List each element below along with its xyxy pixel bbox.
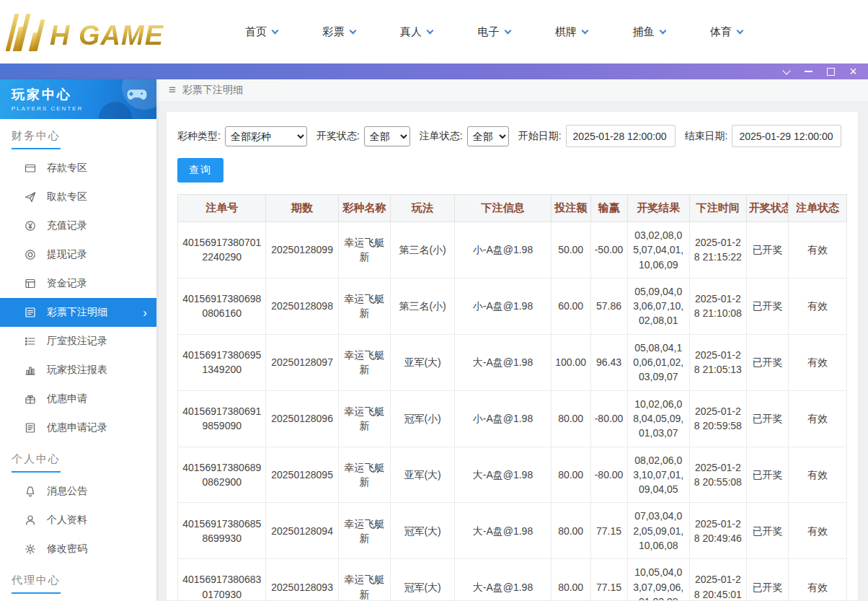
- sidebar-item-withdrawal-records[interactable]: 提现记录: [0, 240, 156, 269]
- table-cell: 96.43: [590, 334, 627, 390]
- sidebar-item-promo-apply-records[interactable]: 优惠申请记录: [0, 413, 156, 442]
- sidebar-item-label: 优惠申请记录: [47, 421, 107, 434]
- logo[interactable]: H GAME: [6, 12, 215, 51]
- sidebar-item-label: 彩票下注明细: [47, 306, 107, 319]
- order-status-select[interactable]: 全部: [467, 126, 509, 146]
- table-cell: 幸运飞艇新: [338, 278, 390, 334]
- start-date-filter: 开始日期:: [518, 125, 676, 147]
- sidebar-item-label: 取款专区: [47, 190, 87, 203]
- table-cell: 已开奖: [746, 334, 788, 390]
- sidebar-item-label: 玩家投注报表: [47, 364, 107, 377]
- sidebar-item-withdraw-zone[interactable]: 取款专区: [0, 183, 156, 211]
- table-row: 40156917380689086290020250128095幸运飞艇新亚军(…: [178, 447, 847, 503]
- nav-item-electronic[interactable]: 电子: [478, 25, 510, 39]
- sidebar: 玩家中心 PLAYERS CENTER 财务中心存款专区取款专区充值记录提现记录…: [0, 79, 156, 601]
- table-cell: 有效: [789, 334, 847, 390]
- sidebar-item-change-password[interactable]: 修改密码: [0, 535, 156, 563]
- report-icon: [24, 364, 36, 377]
- table-cell: 大-A盘@1.98: [455, 559, 552, 601]
- column-header: 注单号: [178, 195, 266, 222]
- table-cell: 幸运飞艇新: [338, 222, 390, 278]
- table-cell: 有效: [789, 278, 847, 334]
- sidebar-item-deposit-zone[interactable]: 存款专区: [0, 154, 156, 183]
- table-cell: 100.00: [551, 334, 590, 390]
- table-cell: 大-A盘@1.98: [455, 503, 552, 559]
- nav-item-home[interactable]: 首页: [245, 25, 278, 39]
- nav-item-label: 首页: [245, 25, 267, 39]
- table-cell: 已开奖: [746, 503, 788, 559]
- coin-icon: [24, 249, 36, 261]
- table-cell: 小-A盘@1.98: [455, 278, 552, 334]
- end-date-label: 结束日期:: [685, 130, 728, 143]
- table-cell: 80.00: [551, 503, 590, 559]
- nav-item-fishing[interactable]: 捕鱼: [633, 25, 665, 39]
- sidebar-item-promo-apply[interactable]: 优惠申请: [0, 385, 156, 413]
- sidebar-item-label: 充值记录: [47, 219, 87, 232]
- end-date-input[interactable]: [732, 125, 841, 147]
- table-cell: 有效: [789, 503, 847, 559]
- column-header: 开奖状态: [746, 195, 788, 222]
- logo-text: H GAME: [50, 21, 164, 51]
- table-cell: 80.00: [551, 559, 590, 601]
- window-close-button[interactable]: [847, 66, 859, 77]
- lottery-type-filter: 彩种类型: 全部彩种: [177, 126, 307, 146]
- column-header: 下注时间: [689, 195, 746, 222]
- lottery-type-select[interactable]: 全部彩种: [225, 126, 307, 146]
- sidebar-item-label: 厅室投注记录: [47, 335, 107, 348]
- order-status-label: 注单状态:: [420, 130, 463, 143]
- table-cell: 第三名(小): [391, 222, 455, 278]
- sidebar-item-hall-bet-records[interactable]: 厅室投注记录: [0, 327, 156, 356]
- table-cell: 有效: [789, 390, 847, 447]
- table-cell: 20250128096: [266, 390, 338, 447]
- nav-item-label: 棋牌: [555, 25, 577, 39]
- draw-status-select[interactable]: 全部: [364, 126, 410, 146]
- sidebar-item-label: 优惠申请: [47, 392, 87, 405]
- start-date-input[interactable]: [566, 125, 676, 147]
- window-maximize-button[interactable]: [825, 66, 837, 77]
- sidebar-item-player-bet-report[interactable]: 玩家投注报表: [0, 356, 156, 385]
- logo-icon: [6, 12, 43, 51]
- column-header: 注单状态: [789, 195, 847, 222]
- table-cell: 05,08,04,10,06,01,02,03,09,07: [627, 334, 689, 390]
- table-cell: 有效: [789, 222, 847, 278]
- table-cell: 亚军(大): [391, 334, 455, 390]
- sidebar-item-profile[interactable]: 个人资料: [0, 506, 156, 535]
- table-cell: 50.00: [551, 222, 590, 278]
- table-cell: 大-A盘@1.98: [455, 447, 552, 503]
- table-cell: 77.15: [590, 503, 627, 559]
- draw-status-label: 开奖状态:: [316, 130, 360, 143]
- column-header: 彩种名称: [338, 195, 390, 222]
- sidebar-item-funds-records[interactable]: 资金记录: [0, 269, 156, 298]
- table-cell: 冠军(大): [391, 503, 455, 559]
- table-cell: 已开奖: [746, 222, 788, 278]
- breadcrumb: 彩票下注明细: [156, 79, 868, 101]
- table-cell: 已开奖: [746, 559, 788, 601]
- query-button[interactable]: 查询: [177, 158, 223, 183]
- app-body: 玩家中心 PLAYERS CENTER 财务中心存款专区取款专区充值记录提现记录…: [0, 79, 868, 601]
- nav-item-live[interactable]: 真人: [400, 25, 433, 39]
- table-row: 40156917380691985909020250128096幸运飞艇新冠军(…: [178, 390, 847, 447]
- sidebar-item-recharge-records[interactable]: 充值记录: [0, 211, 156, 240]
- table-cell: 已开奖: [746, 278, 788, 334]
- promo-icon: [24, 393, 36, 405]
- sidebar-item-announcements[interactable]: 消息公告: [0, 477, 156, 506]
- chevron-down-icon: [737, 27, 744, 34]
- sidebar-item-lottery-bet-details[interactable]: 彩票下注明细: [0, 298, 156, 327]
- chevron-down-icon: [427, 27, 434, 34]
- filter-bar: 彩种类型: 全部彩种 开奖状态: 全部 注单状态: 全部: [177, 125, 847, 147]
- nav-item-chess[interactable]: 棋牌: [555, 25, 588, 39]
- nav-item-sports[interactable]: 体育: [710, 25, 743, 39]
- nav-item-label: 彩票: [323, 25, 345, 39]
- table-cell: 401569173806830170930: [178, 559, 266, 601]
- nav-item-lottery[interactable]: 彩票: [323, 25, 355, 39]
- window-dropdown-icon[interactable]: [780, 66, 792, 77]
- funds-icon: [24, 278, 36, 290]
- menu-icon[interactable]: [169, 83, 176, 97]
- window-titlebar: [0, 63, 868, 79]
- table-cell: 20250128095: [266, 447, 338, 503]
- table-cell: 2025-01-28 20:49:46: [689, 503, 746, 559]
- sidebar-item-label: 个人资料: [47, 514, 87, 527]
- table-cell: 20250128097: [266, 334, 338, 390]
- table-cell: 大-A盘@1.98: [455, 334, 552, 390]
- window-minimize-button[interactable]: [802, 66, 815, 77]
